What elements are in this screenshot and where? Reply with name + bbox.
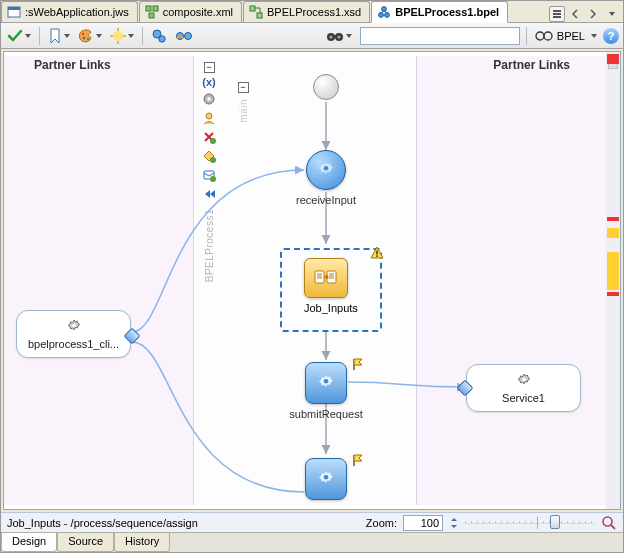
language-combo[interactable]: BPEL — [533, 29, 599, 43]
tab-label: BPELProcess1.xsd — [267, 6, 361, 18]
language-label: BPEL — [557, 30, 585, 42]
collapse-process-button[interactable]: − — [204, 62, 215, 73]
process-palette: − (x) BPELProcess1 — [199, 62, 219, 282]
error-marker[interactable] — [607, 292, 619, 296]
svg-rect-11 — [553, 13, 561, 15]
tab-prev-button[interactable] — [567, 6, 583, 22]
editor-mode-tabs: Design Source History — [1, 532, 623, 552]
svg-rect-2 — [146, 6, 151, 11]
start-node[interactable] — [313, 74, 339, 100]
assign-job-inputs-node[interactable]: Job_Inputs — [280, 248, 382, 332]
svg-point-22 — [159, 35, 165, 41]
submit-request-label: submitRequest — [266, 408, 386, 420]
warning-marker[interactable] — [607, 228, 619, 238]
palette-icon — [78, 28, 94, 44]
chevron-down-icon — [128, 34, 134, 38]
palette-event[interactable] — [201, 167, 217, 183]
chevron-down-icon — [25, 34, 31, 38]
svg-point-16 — [113, 31, 123, 41]
error-marker[interactable] — [607, 54, 619, 64]
tab-dropdown-button[interactable] — [603, 6, 619, 22]
partner-links-right-header: Partner Links — [493, 58, 570, 72]
monitor-button[interactable] — [173, 26, 195, 46]
next-activity-node[interactable] — [305, 458, 347, 500]
collapse-scope-button[interactable]: − — [238, 82, 249, 93]
gear-icon — [315, 159, 337, 181]
binoculars-icon — [326, 28, 344, 44]
svg-point-15 — [87, 37, 89, 39]
validate-button[interactable] — [5, 26, 33, 46]
error-marker[interactable] — [607, 217, 619, 221]
svg-point-8 — [379, 13, 384, 18]
palette-button[interactable] — [76, 26, 104, 46]
test-button[interactable] — [149, 26, 169, 46]
monitor-icon — [175, 28, 193, 44]
gear-icon — [515, 372, 533, 390]
zoom-slider[interactable] — [465, 516, 595, 530]
composite-icon — [145, 5, 159, 19]
zoom-fit-button[interactable] — [601, 515, 617, 531]
svg-point-24 — [185, 32, 192, 39]
status-bar: Job_Inputs - /process/sequence/assign Zo… — [1, 512, 623, 532]
slider-knob[interactable] — [550, 515, 560, 529]
scope-label: main — [238, 99, 249, 123]
tab-list-button[interactable] — [549, 6, 565, 22]
help-button[interactable]: ? — [603, 28, 619, 44]
submit-request-node[interactable] — [305, 362, 347, 404]
file-tab-composite[interactable]: composite.xml — [139, 1, 242, 22]
file-tab-xsd[interactable]: BPELProcess1.xsd — [243, 1, 370, 22]
gears-icon — [151, 28, 167, 44]
svg-point-52 — [603, 517, 612, 526]
breakpoint-flag-icon[interactable] — [351, 358, 363, 370]
svg-point-7 — [382, 7, 387, 12]
check-icon — [7, 28, 23, 44]
palette-rewind[interactable] — [201, 186, 217, 202]
search-input[interactable] — [360, 27, 520, 45]
bookmark-icon — [48, 28, 62, 44]
bookmark-button[interactable] — [46, 26, 72, 46]
glasses-icon — [535, 29, 553, 43]
partner-link-client[interactable]: bpelprocess1_cli... — [16, 310, 131, 358]
tab-design[interactable]: Design — [1, 533, 57, 552]
overview-ruler[interactable] — [606, 52, 620, 509]
partner-link-service1[interactable]: Service1 — [466, 364, 581, 412]
palette-settings[interactable] — [201, 91, 217, 107]
svg-rect-12 — [553, 16, 561, 18]
svg-rect-4 — [149, 13, 154, 18]
tab-history[interactable]: History — [114, 533, 170, 552]
svg-rect-6 — [257, 13, 262, 18]
svg-rect-27 — [333, 35, 337, 38]
zoom-spinner[interactable] — [449, 515, 459, 531]
svg-point-31 — [544, 32, 552, 40]
assign-label: Job_Inputs — [304, 302, 358, 314]
file-tab-bpel[interactable]: BPELProcess1.bpel — [371, 1, 508, 23]
receive-input-node[interactable] — [306, 150, 346, 190]
partner-link-label: Service1 — [502, 392, 545, 404]
palette-compensate[interactable] — [201, 148, 217, 164]
file-tab-webapp[interactable]: :sWebApplication.jws — [1, 1, 138, 22]
svg-point-14 — [83, 36, 85, 38]
tab-next-button[interactable] — [585, 6, 601, 22]
find-button[interactable] — [324, 26, 354, 46]
svg-point-30 — [536, 32, 544, 40]
palette-partner[interactable] — [201, 110, 217, 126]
svg-point-34 — [206, 113, 212, 119]
separator — [142, 27, 143, 45]
svg-point-9 — [385, 13, 390, 18]
tab-nav — [545, 6, 623, 22]
editor-toolbar: BPEL ? — [1, 23, 623, 49]
slider-track — [465, 521, 595, 524]
gear-icon — [315, 468, 337, 490]
palette-catch[interactable] — [201, 129, 217, 145]
separator — [526, 27, 527, 45]
design-canvas[interactable]: Partner Links Partner Links − (x) BPELPr… — [4, 52, 620, 509]
warning-marker[interactable] — [607, 252, 619, 290]
zoom-input[interactable] — [403, 515, 443, 531]
process-name-label: BPELProcess1 — [204, 209, 215, 282]
tab-label: BPELProcess1.bpel — [395, 6, 499, 18]
chevron-down-icon — [346, 34, 352, 38]
highlight-button[interactable] — [108, 26, 136, 46]
tab-source[interactable]: Source — [57, 533, 114, 552]
svg-rect-44 — [315, 271, 324, 283]
breakpoint-flag-icon[interactable] — [351, 454, 363, 466]
